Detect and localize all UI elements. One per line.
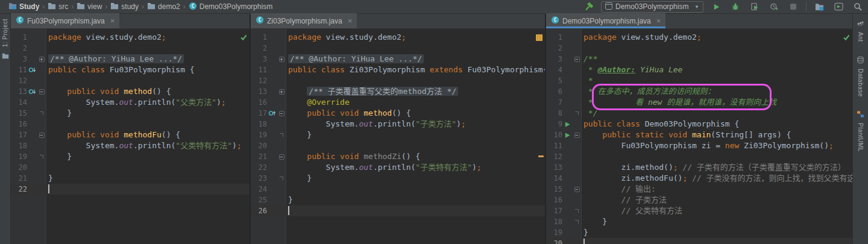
line-number: 2 <box>251 43 267 54</box>
inspection-warning-icon[interactable] <box>536 33 542 43</box>
profiler-button[interactable] <box>767 1 781 13</box>
tab-Demo03Polymorphism.java[interactable]: CDemo03Polymorphism.java× <box>546 13 665 28</box>
run-anything-button[interactable] <box>832 1 845 13</box>
close-icon[interactable]: × <box>348 18 353 24</box>
over-down-icon[interactable] <box>27 88 37 95</box>
breadcrumb-item-study[interactable]: Study <box>7 2 40 11</box>
tool-window-button-project[interactable]: 1: Project <box>2 19 9 61</box>
fold-marker[interactable] <box>573 209 581 213</box>
run-icon[interactable] <box>562 132 573 139</box>
code-token: () { <box>392 108 410 117</box>
gutter: 23 <box>251 173 286 184</box>
gutter: 15− <box>546 184 581 195</box>
gutter: 20 <box>11 162 46 173</box>
line-number: 19 <box>546 227 562 238</box>
code-token: } <box>583 228 588 237</box>
line-number: 25 <box>251 195 267 205</box>
code-text <box>46 184 250 195</box>
inspection-ok-icon[interactable] <box>843 33 850 43</box>
fold-marker[interactable] <box>277 177 286 180</box>
class-icon: C <box>551 16 559 26</box>
fold-marker[interactable] <box>37 111 46 115</box>
tool-window-button-ant[interactable]: Ant <box>857 19 864 42</box>
code-token: } <box>583 217 607 226</box>
fold-marker[interactable] <box>37 155 46 158</box>
code-text: } <box>46 151 250 162</box>
fold-marker[interactable] <box>573 220 581 224</box>
folder-icon <box>77 2 85 11</box>
fold-marker[interactable]: − <box>573 133 581 138</box>
code-line: 21} <box>11 173 250 184</box>
fold-marker[interactable]: + <box>277 89 286 95</box>
fold-marker[interactable]: − <box>37 89 46 95</box>
run-button[interactable] <box>709 1 723 13</box>
tab-label: Demo03Polymorphism.java <box>562 17 651 25</box>
editor-3[interactable]: 1package view.study.demo2;23−/**4 * @Aut… <box>546 29 852 244</box>
fold-marker[interactable]: + <box>277 57 286 62</box>
close-icon[interactable]: × <box>656 18 661 24</box>
over-up-icon[interactable] <box>267 110 277 117</box>
fold-marker[interactable]: − <box>277 111 286 116</box>
tab-Fu03Polymorphism.java[interactable]: CFu03Polymorphism.java× <box>11 13 119 28</box>
gutter: 21− <box>251 151 286 162</box>
build-hammer-icon[interactable] <box>582 1 595 13</box>
code-text: * @Author: YiHua Lee <box>581 64 852 75</box>
fold-marker[interactable]: − <box>37 133 46 138</box>
code-token: // 输出: <box>583 184 656 193</box>
breadcrumb-item-view[interactable]: view <box>75 2 103 11</box>
tool-window-button-database[interactable]: Database <box>857 55 864 97</box>
editor-1[interactable]: 1package view.study.demo2;23+/** @Author… <box>11 29 250 244</box>
breadcrumb-item-study[interactable]: study <box>109 2 140 11</box>
fold-marker[interactable]: − <box>573 57 581 62</box>
tool-window-button-plantuml[interactable]: PlantUML <box>857 110 864 152</box>
fold-marker[interactable]: − <box>277 154 286 160</box>
code-token: Zi03Polymorphism() <box>739 141 829 150</box>
line-number: 14 <box>11 97 27 108</box>
run-with-coverage-button[interactable] <box>748 1 761 13</box>
close-icon[interactable]: × <box>110 18 115 24</box>
code-line: 16 // 子类方法 <box>546 195 852 205</box>
code-token: * 在多态中，成员方法的访问规则： <box>583 87 715 96</box>
code-text: * 看 new 的是谁，就用谁，没有则向上找 <box>581 97 852 108</box>
line-number: 1 <box>251 32 267 43</box>
debug-button[interactable] <box>729 1 742 13</box>
search-everywhere-icon[interactable] <box>851 1 864 13</box>
project-structure-button[interactable] <box>813 1 826 13</box>
code-text <box>46 75 250 86</box>
over-down-icon[interactable] <box>27 66 37 74</box>
run-icon[interactable] <box>562 121 573 128</box>
gutter: 1 <box>11 32 46 43</box>
code-line: 20 <box>11 162 250 173</box>
code-token: /** @Author: YiHua Lee ...*/ <box>288 54 424 63</box>
editor-2[interactable]: 1package view.study.demo2;23+/** @Author… <box>251 29 545 244</box>
code-text: public void methodZi() { <box>286 151 545 162</box>
code-token: System. <box>288 163 359 172</box>
gutter: 11 <box>251 64 286 75</box>
code-token: main <box>692 130 711 139</box>
fold-marker[interactable] <box>573 111 581 115</box>
gutter: 19 <box>251 130 286 140</box>
fold-marker[interactable]: − <box>573 187 581 192</box>
gutter: 16 <box>546 195 581 205</box>
run-configuration-select[interactable]: Demo03Polymorphism ▼ <box>601 1 703 13</box>
fold-marker[interactable] <box>277 133 286 137</box>
breadcrumb-item-src[interactable]: src <box>46 2 69 11</box>
breadcrumb-item-demo03polymorphism[interactable]: CDemo03Polymorphism <box>187 2 274 12</box>
code-line: 22 <box>11 184 250 195</box>
code-line: 3+/** @Author: YiHua Lee ...*/ <box>251 54 545 64</box>
editor-lines: 1package view.study.demo2;23+/** @Author… <box>11 29 250 195</box>
fold-minus-icon: − <box>574 187 580 192</box>
code-token: methodZi <box>363 152 401 161</box>
code-token: System. <box>288 119 359 128</box>
tab-Zi03Polymorphism.java[interactable]: CZi03Polymorphism.java× <box>251 13 357 28</box>
code-text <box>581 43 852 54</box>
warning-stripe-mark[interactable] <box>538 155 544 157</box>
inspection-ok-icon[interactable] <box>240 33 247 43</box>
tab-bar: CZi03Polymorphism.java× <box>251 14 545 29</box>
breadcrumb-item-demo2[interactable]: demo2 <box>146 2 181 11</box>
code-token: // 子类有的方法（子类覆盖重写父类的方法） <box>678 163 846 172</box>
fold-marker[interactable]: + <box>37 57 46 62</box>
line-number: 12 <box>546 151 562 162</box>
code-line: 26 <box>251 205 545 216</box>
code-token: method <box>363 108 392 117</box>
